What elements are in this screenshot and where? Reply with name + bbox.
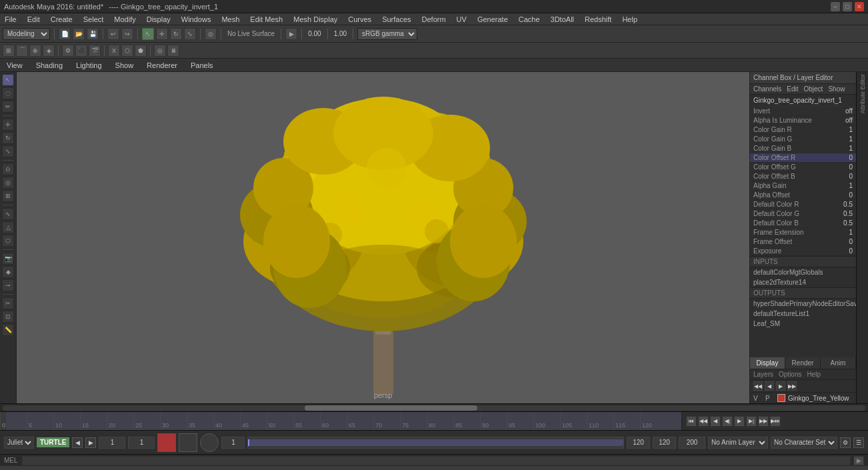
snap-grid-icon[interactable]: ⊞ [3, 45, 15, 57]
scroll-track[interactable] [3, 405, 865, 411]
view-tab-renderer[interactable]: Renderer [143, 60, 181, 71]
range-start-input[interactable] [221, 437, 245, 449]
snap-point-icon[interactable]: ⊕ [29, 45, 41, 57]
channel-row-9[interactable]: Alpha Offset0 [750, 191, 856, 200]
frame-end-input[interactable] [653, 437, 676, 449]
menu-item-edit-mesh[interactable]: Edit Mesh [248, 15, 285, 23]
minimize-button[interactable]: − [831, 2, 840, 11]
layer-nav-btn-3[interactable]: ▶▶ [787, 381, 797, 391]
menu-item-file[interactable]: File [3, 15, 19, 23]
show-manip-icon[interactable]: ⊞ [2, 190, 14, 202]
menu-item-select[interactable]: Select [81, 15, 106, 23]
channel-row-2[interactable]: Color Gain R1 [750, 125, 856, 135]
prev-frame-button[interactable]: ◀ [72, 437, 83, 448]
menu-item-generate[interactable]: Generate [475, 15, 510, 23]
channel-row-14[interactable]: Frame Offset0 [750, 237, 856, 247]
no-anim-layer-select[interactable]: No Anim Layer [708, 437, 768, 449]
script-exec-icon[interactable]: ▶ [853, 456, 864, 465]
move-tool-icon[interactable]: ✛ [156, 28, 168, 40]
input-item-1[interactable]: place2dTexture14 [750, 277, 856, 287]
current-frame-input[interactable]: 1 [99, 437, 125, 449]
menu-item-redshift[interactable]: Redshift [583, 15, 613, 23]
select-tool-icon[interactable]: ↖ [142, 28, 154, 40]
channel-row-6[interactable]: Color Offset G0 [750, 163, 856, 172]
layer-row[interactable]: V P Ginkgo_Tree_Yellow [750, 393, 856, 403]
menu-item-uv[interactable]: UV [455, 15, 469, 23]
layer-header-options[interactable]: Options [779, 371, 801, 378]
menu-item-mesh[interactable]: Mesh [219, 15, 241, 23]
output-item-2[interactable]: Leaf_SM [750, 319, 856, 329]
next-key-button[interactable]: ▶| [746, 416, 757, 427]
cb-menu-edit[interactable]: Edit [787, 85, 798, 93]
render-icon[interactable]: ▶ [285, 28, 297, 40]
save-file-icon[interactable]: 💾 [87, 28, 99, 40]
measure-icon[interactable]: 📏 [2, 324, 14, 336]
paint-select-icon[interactable]: ✏ [2, 101, 14, 113]
paint-skin-icon[interactable]: ⬡ [2, 235, 14, 247]
script-input[interactable] [22, 456, 851, 465]
anim-extra-icon[interactable]: ☰ [853, 437, 864, 448]
select-mode-icon[interactable]: ↖ [2, 74, 14, 86]
step-back-button[interactable]: ◀◀ [698, 416, 709, 427]
cb-menu-object[interactable]: Object [804, 85, 823, 93]
h-scrollbar[interactable] [0, 403, 868, 411]
total-end-input[interactable] [679, 437, 705, 449]
menu-item-curves[interactable]: Curves [346, 15, 373, 23]
menu-item-help[interactable]: Help [620, 15, 639, 23]
maximize-button[interactable]: □ [843, 2, 852, 11]
prev-key-button[interactable]: ◀| [722, 416, 733, 427]
move-icon[interactable]: ✛ [2, 119, 14, 131]
channel-row-1[interactable]: Alpha Is Luminanceoff [750, 116, 856, 125]
toggle-ui-icon[interactable]: 🖥 [167, 45, 179, 57]
mode-select[interactable]: Modeling Rigging Animation [3, 28, 50, 40]
next-frame-button[interactable]: ▶ [85, 437, 96, 448]
rotate-icon[interactable]: ↻ [2, 132, 14, 144]
layer-nav-btn-0[interactable]: ◀◀ [753, 381, 763, 391]
soft-modify-icon[interactable]: ◎ [2, 177, 14, 189]
rotate-tool-icon[interactable]: ↻ [170, 28, 182, 40]
scroll-thumb[interactable] [305, 405, 477, 411]
color-space-select[interactable]: sRGB gamma [357, 28, 417, 40]
output-item-1[interactable]: defaultTextureList1 [750, 309, 856, 319]
open-file-icon[interactable]: 📂 [73, 28, 85, 40]
camera-icon[interactable]: 📷 [2, 253, 14, 265]
universal-manip-icon[interactable]: ⊙ [2, 163, 14, 175]
channel-row-8[interactable]: Alpha Gain1 [750, 181, 856, 191]
channel-row-0[interactable]: Invertoff [750, 107, 856, 116]
channel-row-15[interactable]: Exposure0 [750, 247, 856, 256]
anim-settings-icon[interactable]: ⚙ [840, 437, 851, 448]
menu-item-display[interactable]: Display [145, 15, 173, 23]
menu-item-mesh-display[interactable]: Mesh Display [291, 15, 339, 23]
menu-item-3dtoall[interactable]: 3DtoAll [549, 15, 576, 23]
viewport[interactable]: persp [17, 72, 749, 403]
region-cut-icon[interactable]: ✂ [2, 297, 14, 309]
channel-row-11[interactable]: Default Color G0.5 [750, 209, 856, 219]
menu-item-deform[interactable]: Deform [420, 15, 448, 23]
input-item-0[interactable]: defaultColorMgtGlobals [750, 267, 856, 277]
render-settings-icon[interactable]: ⚙ [62, 45, 74, 57]
layer-header-help[interactable]: Help [807, 371, 821, 378]
ik-tool-icon[interactable]: ⊸ [2, 279, 14, 291]
render-view-icon[interactable]: 🎬 [89, 45, 101, 57]
undo-icon[interactable]: ↩ [107, 28, 119, 40]
play-fwd-button[interactable]: ▶ [734, 416, 745, 427]
menu-item-windows[interactable]: Windows [179, 15, 213, 23]
view-tab-panels[interactable]: Panels [187, 60, 217, 71]
menu-item-modify[interactable]: Modify [112, 15, 137, 23]
snap-surface-icon[interactable]: ◈ [43, 45, 55, 57]
channel-row-3[interactable]: Color Gain G1 [750, 135, 856, 144]
xray-icon[interactable]: X [108, 45, 120, 57]
play-back-button[interactable]: ◀ [710, 416, 721, 427]
redo-icon[interactable]: ↪ [121, 28, 133, 40]
attr-editor-label[interactable]: Attribute Editor [859, 74, 866, 114]
new-file-icon[interactable]: 📄 [59, 28, 71, 40]
channel-row-13[interactable]: Frame Extension1 [750, 228, 856, 237]
key-frame-input[interactable]: 1 [128, 437, 155, 449]
fast-fwd-button[interactable]: ▶▶ [758, 416, 769, 427]
cb-menu-show[interactable]: Show [828, 85, 845, 93]
channel-row-4[interactable]: Color Gain B1 [750, 144, 856, 153]
cb-menu-channels[interactable]: Channels [753, 85, 781, 93]
goto-start-button[interactable]: ⏮ [686, 416, 697, 427]
no-char-set-select[interactable]: No Character Set [771, 437, 837, 449]
goto-end-button[interactable]: ▶⏭ [770, 416, 781, 427]
